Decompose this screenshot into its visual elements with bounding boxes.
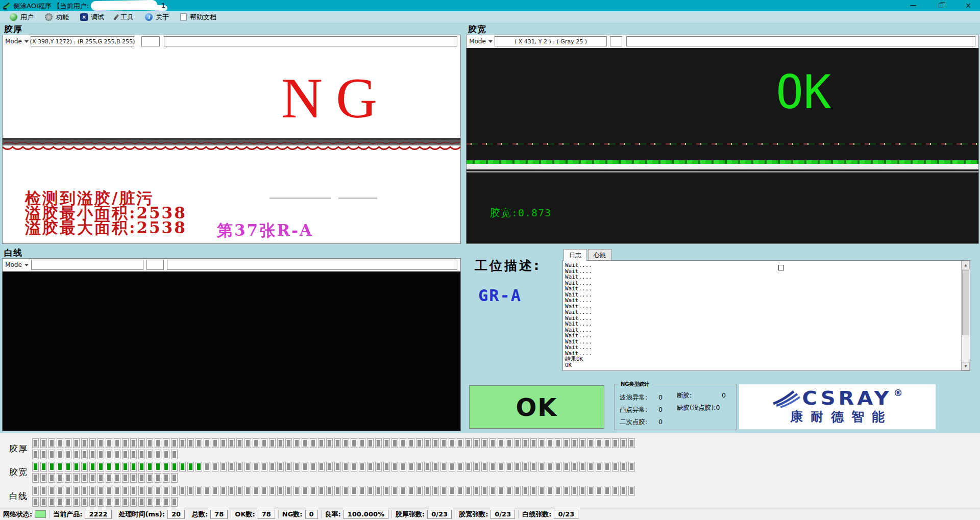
progress-cell <box>146 473 153 483</box>
restore-button[interactable] <box>934 0 947 11</box>
chevron-down-icon <box>24 264 29 266</box>
progress-cell <box>400 462 406 472</box>
progress-cell <box>555 486 561 496</box>
progress-cell <box>293 462 300 472</box>
ng-stat-value: 0 <box>716 404 720 412</box>
progress-cell <box>465 486 472 496</box>
mode-dropdown-button[interactable]: Mode <box>5 36 29 46</box>
progress-cell <box>73 438 80 448</box>
mode-dropdown-button[interactable]: Mode <box>469 36 493 46</box>
progress-cell <box>489 438 496 448</box>
pixel-coordinate-readout <box>31 260 143 270</box>
progress-cell <box>367 438 374 448</box>
ng-statistics-column-2: 断胶:0缺胶(没点胶):0 <box>677 391 726 416</box>
panel-title-glue-width: 胶宽 <box>468 23 486 35</box>
scrollbar-thumb[interactable] <box>962 270 969 335</box>
progress-cell <box>383 462 390 472</box>
ng-stat-row: 断胶:0 <box>677 391 726 400</box>
progress-cell <box>408 438 414 448</box>
progress-cell <box>628 486 635 496</box>
progress-cell <box>416 462 423 472</box>
progress-cell <box>89 497 96 507</box>
progress-row <box>32 473 178 483</box>
ng-statistics-group: NG类型统计 波浪异常:0凸点异常:0二次点胶:0 断胶:0缺胶(没点胶):0 <box>614 384 737 430</box>
minimize-button[interactable] <box>906 0 920 11</box>
glue-thickness-image-view[interactable]: NG 检测到溢胶/脏污 溢胶最小面积:2538 溢胶最大面积:2538 第37张… <box>3 48 460 243</box>
progress-cell <box>310 462 316 472</box>
chevron-down-icon <box>24 40 29 43</box>
brand-name: CSRAY <box>802 389 892 407</box>
network-status-indicator <box>35 510 46 518</box>
log-tab-group: 日志心跳 Wait....Wait....Wait....Wait....Wai… <box>562 249 971 373</box>
ng-stat-value: 0 <box>658 418 663 427</box>
progress-cell <box>236 438 243 448</box>
menu-item-tools[interactable]: 工具 <box>110 11 139 23</box>
progress-cell <box>277 438 284 448</box>
progress-cell <box>432 486 439 496</box>
log-output[interactable]: Wait....Wait....Wait....Wait....Wait....… <box>562 260 970 371</box>
log-line: 结果OK <box>565 356 970 362</box>
progress-cell <box>514 486 521 496</box>
progress-cell <box>359 486 365 496</box>
progress-cell <box>228 486 235 496</box>
mode-label: Mode <box>5 38 22 45</box>
progress-cell <box>195 486 202 496</box>
pixel-coordinate-readout: (X 398,Y 1272) : (R 255,G 255,B 255) <box>31 36 134 46</box>
mode-dropdown-button[interactable]: Mode <box>5 260 29 270</box>
progress-cell <box>579 462 586 472</box>
progress-cell <box>212 486 218 496</box>
ng-stat-value: 0 <box>722 391 726 400</box>
log-line: Wait.... <box>565 280 970 286</box>
progress-cell <box>473 462 480 472</box>
scroll-down-icon[interactable]: ▼ <box>962 362 970 370</box>
progress-cell <box>179 438 186 448</box>
progress-cell <box>620 462 627 472</box>
progress-cell <box>204 486 210 496</box>
status-separator <box>321 510 322 518</box>
progress-cell <box>375 438 382 448</box>
progress-cell <box>514 462 521 472</box>
status-label-glue-thickness-frames: 胶厚张数: <box>396 510 425 519</box>
progress-cell <box>163 438 169 448</box>
scroll-up-icon[interactable]: ▲ <box>962 261 970 269</box>
progress-cell <box>81 497 88 507</box>
progress-cell <box>179 486 186 496</box>
progress-cell <box>596 438 602 448</box>
progress-cell <box>351 438 357 448</box>
white-line-image-view[interactable] <box>3 271 460 431</box>
progress-cell <box>449 462 455 472</box>
log-scrollbar[interactable]: ▲ ▼ <box>961 261 970 370</box>
progress-group-label: 胶宽 <box>9 466 28 478</box>
progress-cell <box>122 450 129 459</box>
glue-width-measurement: 胶宽:0.873 <box>490 206 551 220</box>
menu-item-help-docs[interactable]: 帮助文档 <box>175 11 222 23</box>
progress-row <box>32 462 635 472</box>
tab-log[interactable]: 日志 <box>564 249 587 261</box>
progress-cell <box>555 438 561 448</box>
menu-item-user[interactable]: 用户 <box>4 11 39 23</box>
overall-result-button[interactable]: OK <box>469 385 604 429</box>
progress-cell <box>489 486 496 496</box>
tab-heartbeat[interactable]: 心跳 <box>588 249 611 260</box>
glue-bead-gray-line <box>467 171 978 172</box>
progress-cell <box>32 486 39 496</box>
glue-width-image-view[interactable]: OK 胶宽:0.873 <box>467 48 978 243</box>
progress-cell <box>204 438 210 448</box>
progress-cell <box>563 438 570 448</box>
menu-item-debug[interactable]: ×调试 <box>75 11 110 23</box>
log-line: OK <box>565 362 970 368</box>
close-button[interactable]: × <box>962 0 975 11</box>
progress-cell <box>400 438 406 448</box>
progress-cell <box>146 497 153 507</box>
log-checkbox[interactable] <box>778 265 784 270</box>
progress-cell <box>563 486 570 496</box>
progress-row <box>32 450 178 459</box>
progress-cell <box>579 486 586 496</box>
log-line: Wait.... <box>565 309 970 315</box>
progress-cell <box>57 450 63 459</box>
menu-item-about[interactable]: i关于 <box>139 11 175 23</box>
menu-item-features[interactable]: 功能 <box>39 11 75 23</box>
progress-cell <box>498 462 504 472</box>
progress-cell <box>334 438 341 448</box>
status-separator <box>518 510 519 518</box>
